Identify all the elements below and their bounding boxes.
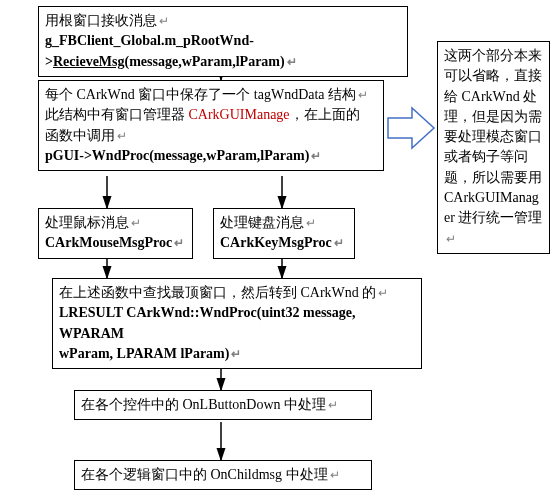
b2-line3: 函数中调用 [45,128,115,143]
b6-line1: 在各个控件中的 OnLButtonDown 中处理 [81,397,326,412]
node-key-proc: 处理键盘消息↵ CArkKeyMsgProc↵ [213,208,355,259]
node-gui-manage: 每个 CArkWnd 窗口中保存了一个 tagWndData 结构↵ 此结构中有… [38,80,384,171]
node-receive-msg: 用根窗口接收消息↵ g_FBClient_Global.m_pRootWnd->… [38,6,408,77]
b1-line2-post: (message,wParam,lParam) [125,54,285,69]
return-mark: ↵ [330,467,340,484]
return-mark: ↵ [378,285,388,302]
b5-line2: LRESULT CArkWnd::WndProc(uint32 message,… [59,305,356,340]
return-mark: ↵ [334,235,344,252]
b3-line1: 处理鼠标消息 [45,215,129,230]
side-t9: er 进行统一管理 [444,210,542,225]
b3-line2: CArkMouseMsgProc [45,235,172,250]
return-mark: ↵ [231,346,241,363]
b2-line2-red: CArkGUIManage [189,107,290,122]
return-mark: ↵ [131,215,141,232]
return-mark: ↵ [159,13,169,30]
b4-line2: CArkKeyMsgProc [220,235,332,250]
return-mark: ↵ [358,87,368,104]
b1-line1: 用根窗口接收消息 [45,13,157,28]
side-t3: 给 CArkWnd 处 [444,89,537,104]
b2-line2-pre: 此结构中有窗口管理器 [45,107,189,122]
b7-line1: 在各个逻辑窗口中的 OnChildmsg 中处理 [81,467,328,482]
side-t2: 可以省略，直接 [444,68,542,83]
node-mouse-proc: 处理鼠标消息↵ CArkMouseMsgProc↵ [38,208,193,259]
side-t5: 要处理模态窗口 [444,129,542,144]
return-mark: ↵ [446,231,456,248]
side-note: 这两个部分本来 可以省略，直接 给 CArkWnd 处 理，但是因为需 要处理模… [437,41,550,254]
node-wndproc: 在上述函数中查找最顶窗口，然后转到 CArkWnd 的↵ LRESULT CAr… [52,278,422,369]
b1-line2-u: RecieveMsg [53,54,125,69]
b2-line4: pGUI->WndProc(message,wParam,lParam) [45,148,309,163]
node-onlbuttondown: 在各个控件中的 OnLButtonDown 中处理↵ [74,390,372,420]
b2-line2-post: ，在上面的 [290,107,360,122]
block-arrow-right [388,108,434,148]
side-t1: 这两个部分本来 [444,48,542,63]
flowchart-canvas: 用根窗口接收消息↵ g_FBClient_Global.m_pRootWnd->… [0,0,555,503]
b5-line3: wParam, LPARAM lParam) [59,346,229,361]
b5-line1: 在上述函数中查找最顶窗口，然后转到 CArkWnd 的 [59,285,376,300]
return-mark: ↵ [328,397,338,414]
return-mark: ↵ [174,235,184,252]
side-t6: 或者钩子等问 [444,149,528,164]
node-onchildmsg: 在各个逻辑窗口中的 OnChildmsg 中处理↵ [74,460,372,490]
side-t7: 题，所以需要用 [444,170,542,185]
b4-line1: 处理键盘消息 [220,215,304,230]
return-mark: ↵ [311,148,321,165]
side-t8: CArkGUIManag [444,190,539,205]
side-t4: 理，但是因为需 [444,109,542,124]
return-mark: ↵ [117,128,127,145]
return-mark: ↵ [306,215,316,232]
return-mark: ↵ [287,54,297,71]
b2-line1: 每个 CArkWnd 窗口中保存了一个 tagWndData 结构 [45,87,356,102]
